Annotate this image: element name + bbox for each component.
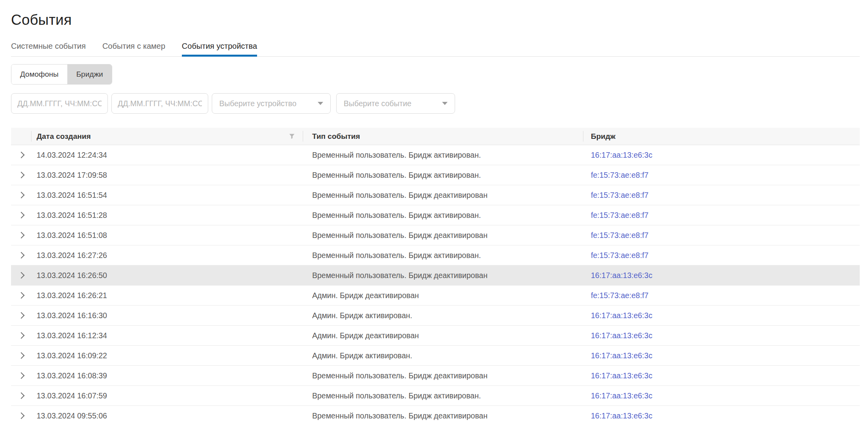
- date-cell: 13.03.2024 16:08:39: [31, 366, 303, 385]
- date-cell: 14.03.2024 12:24:34: [31, 145, 303, 165]
- bridge-link[interactable]: 16:17:aa:13:e6:3c: [591, 151, 652, 160]
- date-cell: 13.03.2024 16:07:59: [31, 386, 303, 405]
- type-cell: Временный пользователь. Бридж деактивиро…: [303, 406, 583, 422]
- bridge-link[interactable]: 16:17:aa:13:e6:3c: [591, 331, 652, 340]
- table-row[interactable]: 14.03.2024 12:24:34 Временный пользовате…: [11, 145, 860, 165]
- events-page: События Системные события События с каме…: [0, 0, 868, 422]
- table-row[interactable]: 13.03.2024 17:09:58 Временный пользовате…: [11, 165, 860, 185]
- date-column-header: Дата создания: [31, 128, 303, 145]
- tab-0[interactable]: Системные события: [11, 42, 86, 56]
- expand-cell: [11, 205, 31, 225]
- table-row[interactable]: 13.03.2024 16:12:34 Админ. Бридж деактив…: [11, 326, 860, 346]
- expand-cell: [11, 346, 31, 365]
- table-header-row: Дата создания Тип события Бридж: [11, 128, 860, 145]
- filter-funnel-icon[interactable]: [287, 132, 296, 141]
- bridge-link[interactable]: 16:17:aa:13:e6:3c: [591, 271, 652, 280]
- device-type-toggle: Домофоны Бриджи: [11, 64, 112, 85]
- chevron-right-icon[interactable]: [18, 413, 24, 419]
- date-cell: 13.03.2024 16:12:34: [31, 326, 303, 345]
- type-column-label: Тип события: [312, 132, 360, 141]
- chevron-right-icon[interactable]: [18, 252, 24, 259]
- bridge-link[interactable]: 16:17:aa:13:e6:3c: [591, 411, 652, 420]
- bridge-link[interactable]: fe:15:73:ae:e8:f7: [591, 211, 648, 220]
- chevron-right-icon[interactable]: [18, 292, 24, 299]
- bridge-column-label: Бридж: [591, 132, 615, 141]
- table-row[interactable]: 13.03.2024 16:08:39 Временный пользовате…: [11, 366, 860, 386]
- chevron-right-icon[interactable]: [18, 352, 24, 359]
- bridge-link[interactable]: 16:17:aa:13:e6:3c: [591, 371, 652, 380]
- bridge-cell: fe:15:73:ae:e8:f7: [583, 205, 860, 225]
- event-date: 13.03.2024 16:09:22: [37, 351, 107, 360]
- event-date: 13.03.2024 16:51:28: [37, 211, 107, 220]
- event-type: Админ. Бридж активирован.: [312, 351, 412, 360]
- expand-cell: [11, 366, 31, 385]
- page-title: События: [11, 12, 860, 28]
- table-row[interactable]: 13.03.2024 16:27:26 Временный пользовате…: [11, 245, 860, 265]
- type-cell: Админ. Бридж деактивирован: [303, 326, 583, 345]
- bridge-cell: fe:15:73:ae:e8:f7: [583, 185, 860, 205]
- table-row[interactable]: 13.03.2024 16:07:59 Временный пользовате…: [11, 386, 860, 406]
- table-body: 14.03.2024 12:24:34 Временный пользовате…: [11, 145, 860, 422]
- bridge-link[interactable]: fe:15:73:ae:e8:f7: [591, 191, 648, 200]
- table-row[interactable]: 13.03.2024 16:16:30 Админ. Бридж активир…: [11, 306, 860, 326]
- expand-cell: [11, 245, 31, 265]
- bridge-link[interactable]: fe:15:73:ae:e8:f7: [591, 251, 648, 260]
- event-select[interactable]: Выберите событие: [336, 93, 455, 114]
- table-row[interactable]: 13.03.2024 16:51:28 Временный пользовате…: [11, 205, 860, 225]
- events-tabs: Системные события События с камер Событи…: [11, 42, 860, 57]
- chevron-right-icon[interactable]: [18, 372, 24, 379]
- event-type: Временный пользователь. Бридж деактивиро…: [312, 191, 487, 200]
- expand-column-header: [11, 128, 31, 145]
- device-select[interactable]: Выберите устройство: [212, 93, 331, 114]
- date-cell: 13.03.2024 16:09:22: [31, 346, 303, 365]
- bridge-cell: 16:17:aa:13:e6:3c: [583, 326, 860, 345]
- bridge-link[interactable]: fe:15:73:ae:e8:f7: [591, 231, 648, 240]
- table-row[interactable]: 13.03.2024 16:51:08 Временный пользовате…: [11, 225, 860, 245]
- chevron-right-icon[interactable]: [18, 393, 24, 399]
- event-date: 13.03.2024 16:16:30: [37, 311, 107, 320]
- chevron-right-icon[interactable]: [18, 192, 24, 199]
- bridge-cell: 16:17:aa:13:e6:3c: [583, 366, 860, 385]
- column-divider: [583, 131, 583, 142]
- event-date: 13.03.2024 16:51:54: [37, 191, 107, 200]
- date-from-input[interactable]: [11, 93, 108, 114]
- tab-2[interactable]: События устройства: [182, 42, 257, 56]
- toggle-button-0[interactable]: Домофоны: [11, 64, 67, 84]
- date-cell: 13.03.2024 16:26:50: [31, 265, 303, 285]
- bridge-cell: 16:17:aa:13:e6:3c: [583, 406, 860, 422]
- chevron-right-icon[interactable]: [18, 332, 24, 339]
- type-cell: Временный пользователь. Бридж деактивиро…: [303, 265, 583, 285]
- event-type: Временный пользователь. Бридж активирова…: [312, 391, 481, 400]
- table-row[interactable]: 13.03.2024 16:26:21 Админ. Бридж деактив…: [11, 286, 860, 306]
- bridge-link[interactable]: fe:15:73:ae:e8:f7: [591, 171, 648, 180]
- toggle-button-1[interactable]: Бриджи: [67, 64, 112, 84]
- bridge-link[interactable]: 16:17:aa:13:e6:3c: [591, 351, 652, 360]
- bridge-link[interactable]: fe:15:73:ae:e8:f7: [591, 291, 648, 300]
- table-row[interactable]: 13.03.2024 16:26:50 Временный пользовате…: [11, 265, 860, 286]
- expand-cell: [11, 145, 31, 165]
- expand-cell: [11, 406, 31, 422]
- type-cell: Временный пользователь. Бридж активирова…: [303, 205, 583, 225]
- event-date: 13.03.2024 16:27:26: [37, 251, 107, 260]
- chevron-right-icon[interactable]: [18, 312, 24, 319]
- date-to-input[interactable]: [111, 93, 208, 114]
- tab-1[interactable]: События с камер: [102, 42, 165, 56]
- event-select-placeholder: Выберите событие: [344, 99, 411, 108]
- chevron-right-icon[interactable]: [18, 212, 24, 219]
- chevron-right-icon[interactable]: [18, 272, 24, 279]
- bridge-link[interactable]: 16:17:aa:13:e6:3c: [591, 311, 652, 320]
- event-type: Временный пользователь. Бридж активирова…: [312, 171, 481, 180]
- chevron-right-icon[interactable]: [18, 152, 24, 158]
- event-type: Временный пользователь. Бридж деактивиро…: [312, 371, 487, 380]
- date-cell: 13.03.2024 16:27:26: [31, 245, 303, 265]
- table-row[interactable]: 13.03.2024 16:09:22 Админ. Бридж активир…: [11, 346, 860, 366]
- table-row[interactable]: 13.03.2024 09:55:06 Временный пользовате…: [11, 406, 860, 422]
- chevron-right-icon[interactable]: [18, 232, 24, 239]
- table-row[interactable]: 13.03.2024 16:51:54 Временный пользовате…: [11, 185, 860, 205]
- expand-cell: [11, 306, 31, 325]
- type-cell: Временный пользователь. Бридж деактивиро…: [303, 225, 583, 245]
- chevron-right-icon[interactable]: [18, 172, 24, 179]
- event-date: 13.03.2024 17:09:58: [37, 171, 107, 180]
- bridge-link[interactable]: 16:17:aa:13:e6:3c: [591, 391, 652, 400]
- bridge-cell: 16:17:aa:13:e6:3c: [583, 145, 860, 165]
